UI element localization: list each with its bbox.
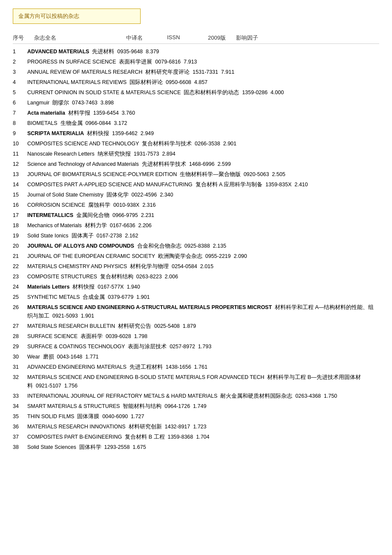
journal-cn: 合成金属 bbox=[83, 294, 105, 300]
list-item: 26MATERIALS SCIENCE AND ENGINEERING A-ST… bbox=[13, 302, 379, 321]
list-item: 9SCRIPTA MATERIALIA 材料快报 1359-6462 2.949 bbox=[13, 128, 379, 139]
list-item: 31ADVANCED ENGINEERING MATERIALS 先进工程材料 … bbox=[13, 362, 379, 372]
journal-if: 1.761 bbox=[194, 364, 208, 370]
list-item: 20JOURNAL OF ALLOYS AND COMPOUNDS 合金和化合物… bbox=[13, 241, 379, 251]
journal-cn: 固体离子 bbox=[72, 233, 94, 239]
journal-name: ANNUAL REVIEW OF MATERIALS RESEARCH bbox=[27, 69, 142, 75]
journal-issn: 0950-6608 bbox=[166, 79, 191, 85]
journal-issn: 0921-5093 bbox=[52, 313, 78, 319]
journal-cn: 合金和化合物杂志 bbox=[137, 243, 182, 249]
journal-content: Nanoscale Research Letters 纳米研究快报 1931-7… bbox=[27, 150, 379, 158]
journal-content: SURFACE SCIENCE 表面科学 0039-6028 1.798 bbox=[27, 332, 379, 341]
journal-content: THIN SOLID FILMS 固体薄膜 0040-6090 1.727 bbox=[27, 412, 379, 421]
journal-name: Langmuir bbox=[27, 100, 49, 106]
list-item: 12Science and Technology of Advanced Mat… bbox=[13, 159, 379, 169]
journal-content: ANNUAL REVIEW OF MATERIALS RESEARCH 材料研究… bbox=[27, 68, 379, 76]
journal-issn: 0925-8388 bbox=[184, 243, 210, 249]
journal-content: PROGRESS IN SURFACE SCIENCE 表面科学进展 0079-… bbox=[27, 58, 379, 66]
journal-content: BIOMETALS 生物金属 0966-0844 3.172 bbox=[27, 119, 379, 127]
list-item: 24Materials Letters 材料快报 0167-577X 1.940 bbox=[13, 282, 379, 292]
journal-name: COMPOSITES PART A-APPLIED SCIENCE AND MA… bbox=[27, 182, 193, 188]
journal-name: CORROSION SCIENCE bbox=[27, 202, 85, 208]
journal-content: JOURNAL OF ALLOYS AND COMPOUNDS 合金和化合物杂志… bbox=[27, 242, 379, 250]
journal-number: 2 bbox=[13, 58, 27, 66]
journal-issn: 0043-1648 bbox=[57, 354, 83, 360]
list-item: 27MATERIALS RESEARCH BULLETIN 材料研究公告 002… bbox=[13, 321, 379, 331]
journal-name: MATERIALS RESEARCH BULLETIN bbox=[27, 323, 115, 329]
list-item: 34SMART MATERIALS & STRUCTURES 智能材料与结构 0… bbox=[13, 401, 379, 411]
journal-number: 22 bbox=[13, 262, 27, 271]
journal-cn: 表面与涂层技术 bbox=[128, 344, 167, 350]
journal-name: SURFACE & COATINGS TECHNOLOGY bbox=[27, 344, 125, 350]
journal-content: CORROSION SCIENCE 腐蚀科学 0010-938X 2.316 bbox=[27, 201, 379, 209]
journal-number: 17 bbox=[13, 211, 27, 220]
journal-content: Acta materialia 材料学报 1359-6454 3.760 bbox=[27, 109, 379, 117]
journal-if: 7.913 bbox=[184, 59, 197, 65]
journal-issn: 0964-1726 bbox=[164, 403, 190, 409]
journal-if: 2.901 bbox=[223, 141, 236, 147]
col-header-if: 影响因子 bbox=[236, 34, 258, 42]
journal-number: 38 bbox=[13, 443, 27, 451]
journal-content: MATERIALS RESEARCH BULLETIN 材料研究公告 0025-… bbox=[27, 322, 379, 330]
journal-content: MATERIALS CHEMISTRY AND PHYSICS 材料化学与物理 … bbox=[27, 262, 379, 271]
journal-cn: 材料研究公告 bbox=[118, 323, 151, 329]
list-item: 25SYNTHETIC METALS 合成金属 0379-6779 1.901 bbox=[13, 292, 379, 302]
journal-number: 28 bbox=[13, 332, 27, 341]
journal-content: SCRIPTA MATERIALIA 材料快报 1359-6462 2.949 bbox=[27, 129, 379, 138]
journal-number: 24 bbox=[13, 283, 27, 291]
journal-number: 13 bbox=[13, 170, 27, 179]
journal-issn: 1359-0286 bbox=[242, 90, 268, 95]
journal-number: 16 bbox=[13, 201, 27, 209]
journal-content: INTERMETALLICS 金属间化合物 0966-9795 2.231 bbox=[27, 211, 379, 220]
journal-issn: 0167-2738 bbox=[97, 233, 122, 239]
journal-name: Solid State Sciences bbox=[27, 444, 76, 450]
journal-content: MATERIALS SCIENCE AND ENGINEERING B-SOLI… bbox=[27, 373, 379, 390]
journal-content: SURFACE & COATINGS TECHNOLOGY 表面与涂层技术 02… bbox=[27, 342, 379, 351]
journal-name: BIOMETALS bbox=[27, 120, 58, 126]
journal-number: 33 bbox=[13, 392, 27, 400]
journal-cn: 智能材料与结构 bbox=[123, 403, 161, 409]
journal-number: 1 bbox=[13, 47, 27, 56]
list-item: 21JOURNAL OF THE EUROPEAN CERAMIC SOCIET… bbox=[13, 251, 379, 261]
journal-number: 12 bbox=[13, 160, 27, 168]
journal-name: SURFACE SCIENCE bbox=[27, 333, 78, 339]
journal-issn: 1359-835X bbox=[265, 182, 291, 188]
journal-if: 2.894 bbox=[162, 151, 175, 157]
journal-name: Solid State Ionics bbox=[27, 233, 69, 239]
journal-number: 18 bbox=[13, 221, 27, 230]
journal-name: COMPOSITE STRUCTURES bbox=[27, 274, 97, 280]
journal-issn: 0966-9795 bbox=[112, 212, 138, 218]
journal-content: Journal of Solid State Chemistry 固体化学 00… bbox=[27, 191, 379, 199]
journal-cn: 表面科学进展 bbox=[119, 59, 152, 65]
col-header-year: 2009版 bbox=[208, 34, 229, 42]
journal-if: 3.760 bbox=[122, 110, 135, 116]
journal-number: 19 bbox=[13, 231, 27, 240]
journal-content: Wear 磨损 0043-1648 1.771 bbox=[27, 353, 379, 361]
journal-if: 2.135 bbox=[213, 243, 226, 249]
journal-if: 1.749 bbox=[193, 403, 206, 409]
journal-number: 27 bbox=[13, 322, 27, 330]
journal-content: INTERNATIONAL MATERIALS REVIEWS 国际材料评论 0… bbox=[27, 78, 379, 87]
list-item: 29SURFACE & COATINGS TECHNOLOGY 表面与涂层技术 … bbox=[13, 341, 379, 352]
journal-if: 2.316 bbox=[142, 202, 156, 208]
list-item: 33INTERNATIONAL JOURNAL OF REFRACTORY ME… bbox=[13, 391, 379, 401]
list-item: 30Wear 磨损 0043-1648 1.771 bbox=[13, 352, 379, 362]
journal-name: Nanoscale Research Letters bbox=[27, 151, 95, 157]
journal-if: 7.911 bbox=[221, 69, 234, 75]
journal-number: 3 bbox=[13, 68, 27, 76]
journal-issn: 0921-5107 bbox=[36, 383, 61, 389]
journal-if: 1.879 bbox=[183, 323, 196, 329]
journal-number: 9 bbox=[13, 129, 27, 138]
journal-number: 6 bbox=[13, 98, 27, 107]
journal-issn: 0079-6816 bbox=[155, 59, 181, 65]
journal-content: Science and Technology of Advanced Mater… bbox=[27, 160, 379, 168]
journal-number: 4 bbox=[13, 78, 27, 87]
journal-if: 2.949 bbox=[141, 130, 154, 136]
journal-name: THIN SOLID FILMS bbox=[27, 413, 74, 419]
list-item: 38Solid State Sciences 固体科学 1293-2558 1.… bbox=[13, 442, 379, 452]
journal-if: 4.857 bbox=[194, 79, 208, 85]
journal-if: 2.340 bbox=[160, 192, 173, 198]
journal-number: 34 bbox=[13, 402, 27, 410]
list-item: 36MATERIALS RESEARCH INNOVATIONS 材料研究创新 … bbox=[13, 422, 379, 432]
list-item: 28SURFACE SCIENCE 表面科学 0039-6028 1.798 bbox=[13, 331, 379, 341]
